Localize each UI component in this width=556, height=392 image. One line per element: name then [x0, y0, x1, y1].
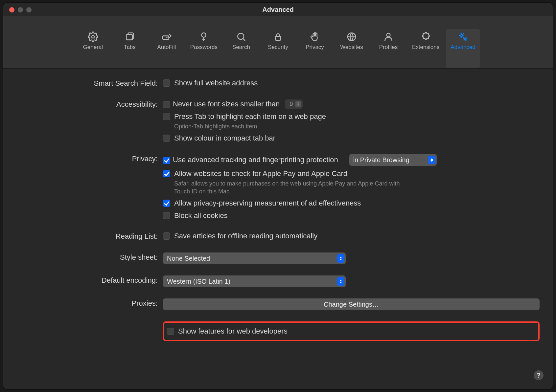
press-tab-text: Press Tab to highlight each item on a we… [174, 112, 326, 121]
min-font-stepper[interactable]: 9 ▲▼ [285, 99, 303, 109]
block-cookies-text: Block all cookies [174, 211, 228, 220]
web-developer-text: Show features for web developers [178, 327, 288, 336]
tab-label: General [83, 44, 103, 51]
min-font-value: 9 [287, 101, 295, 108]
tab-profiles[interactable]: Profiles [371, 29, 405, 68]
hand-icon [309, 31, 321, 43]
window-title: Advanced [3, 6, 553, 13]
tab-label: Advanced [451, 44, 475, 51]
svg-point-7 [387, 33, 390, 37]
tracking-checkbox[interactable] [163, 157, 170, 164]
tab-label: Privacy [306, 44, 324, 51]
key-icon [198, 31, 210, 43]
help-label: ? [537, 372, 541, 379]
tab-tabs[interactable]: Tabs [113, 29, 147, 68]
show-colour-text: Show colour in compact tab bar [174, 134, 275, 143]
offline-reading-checkbox[interactable] [163, 232, 170, 240]
advanced-pane: Smart Search Field: Show full website ad… [3, 69, 553, 354]
stepper-arrows-icon: ▲▼ [295, 101, 301, 107]
tab-label: Security [268, 44, 288, 51]
titlebar: Advanced [3, 3, 553, 16]
press-tab-checkbox[interactable] [163, 113, 170, 120]
default-encoding-select[interactable]: Western (ISO Latin 1) [163, 275, 346, 287]
svg-point-8 [461, 34, 462, 36]
globe-icon [346, 31, 358, 43]
tab-label: Search [232, 44, 250, 51]
apple-pay-text: Allow websites to check for Apple Pay an… [174, 169, 404, 178]
offline-reading-text: Save articles for offline reading automa… [174, 231, 317, 241]
dropdown-caret-icon [337, 254, 344, 263]
style-sheet-select[interactable]: None Selected [163, 252, 346, 264]
show-colour-checkbox[interactable] [163, 135, 170, 142]
tracking-scope-select[interactable]: in Private Browsing [349, 154, 437, 166]
dropdown-caret-icon [428, 156, 435, 164]
search-icon [235, 31, 247, 43]
tracking-text: Use advanced tracking and fingerprinting… [173, 155, 338, 164]
developer-highlight: Show features for web developers [163, 321, 540, 341]
tab-websites[interactable]: Websites [335, 29, 369, 68]
autofill-icon [161, 31, 173, 43]
tab-advanced[interactable]: Advanced [446, 29, 480, 68]
svg-point-3 [202, 33, 206, 37]
tab-extensions[interactable]: Extensions [408, 29, 443, 68]
proxies-label: Proxies: [16, 298, 163, 308]
tab-label: AutoFill [157, 44, 176, 51]
help-button[interactable]: ? [534, 370, 544, 380]
ad-measurement-text: Allow privacy-preserving measurement of … [174, 199, 361, 208]
full-address-checkbox[interactable] [163, 79, 170, 87]
svg-point-4 [238, 33, 244, 39]
tab-general[interactable]: General [76, 29, 110, 68]
svg-rect-5 [275, 36, 281, 40]
tabs-icon [124, 31, 136, 43]
tab-label: Extensions [412, 44, 439, 51]
lock-icon [272, 31, 284, 43]
svg-rect-1 [126, 34, 132, 40]
svg-point-0 [92, 35, 94, 38]
accessibility-label: Accessibility: [16, 99, 163, 109]
tab-passwords[interactable]: Passwords [186, 29, 221, 68]
tab-autofill[interactable]: AutoFill [150, 29, 184, 68]
change-proxies-label: Change Settings… [324, 301, 379, 308]
svg-point-9 [464, 38, 466, 40]
tab-label: Tabs [124, 44, 136, 51]
ad-measurement-checkbox[interactable] [163, 200, 170, 207]
full-address-text: Show full website address [174, 78, 258, 88]
gear-icon [87, 31, 99, 43]
style-sheet-label: Style sheet: [16, 252, 163, 262]
default-encoding-label: Default encoding: [16, 275, 163, 285]
press-tab-hint: Option-Tab highlights each item. [174, 122, 326, 130]
web-developer-checkbox[interactable] [167, 328, 174, 335]
gears-icon [457, 31, 469, 43]
tracking-scope-value: in Private Browsing [353, 156, 409, 164]
person-icon [382, 31, 394, 43]
tab-privacy[interactable]: Privacy [298, 29, 332, 68]
tab-label: Websites [340, 44, 363, 51]
default-encoding-value: Western (ISO Latin 1) [167, 278, 230, 285]
min-font-text: Never use font sizes smaller than [173, 99, 280, 109]
tab-label: Passwords [190, 44, 218, 51]
tab-security[interactable]: Security [261, 29, 295, 68]
smart-search-label: Smart Search Field: [16, 78, 163, 88]
change-proxies-button[interactable]: Change Settings… [163, 298, 540, 310]
svg-rect-2 [163, 36, 169, 39]
dropdown-caret-icon [337, 277, 344, 286]
tab-label: Profiles [379, 44, 398, 51]
puzzle-icon [420, 31, 432, 43]
apple-pay-checkbox[interactable] [163, 170, 170, 177]
preferences-window: Advanced General Tabs AutoFill Passwor [3, 3, 553, 389]
privacy-section-label: Privacy: [16, 154, 163, 164]
apple-pay-hint: Safari allows you to make purchases on t… [174, 180, 404, 195]
preferences-toolbar: General Tabs AutoFill Passwords Search [3, 16, 553, 69]
style-sheet-value: None Selected [167, 255, 210, 262]
min-font-checkbox[interactable] [163, 101, 170, 108]
reading-list-label: Reading List: [16, 231, 163, 241]
block-cookies-checkbox[interactable] [163, 212, 170, 219]
tab-search[interactable]: Search [224, 29, 258, 68]
